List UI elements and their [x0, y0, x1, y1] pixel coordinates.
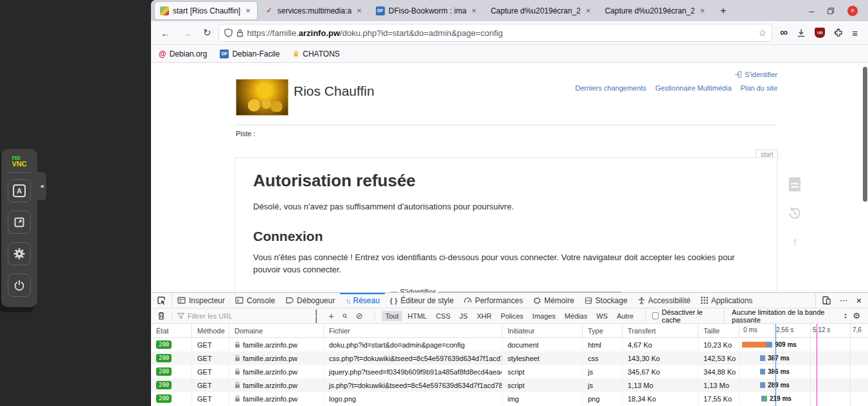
tab-capture-1[interactable]: Capture d%u2019écran_2 × [486, 2, 598, 19]
old-revisions-icon[interactable] [787, 206, 802, 221]
tab-services-multimedia[interactable]: ✓ services:multimedia:a × [260, 2, 368, 19]
column-type[interactable]: Type [583, 324, 623, 337]
divider [8, 172, 30, 173]
tab-close-icon[interactable]: × [355, 6, 363, 15]
close-window-button[interactable]: × [847, 6, 858, 16]
tab-close-icon[interactable]: × [699, 6, 707, 15]
request-row[interactable]: 200GETfamille.arzinfo.pwcss.php?t=dokuwi… [151, 351, 868, 365]
column-fichier[interactable]: Fichier [324, 324, 502, 337]
downloads-icon[interactable] [797, 28, 806, 37]
novnc-collapse-handle[interactable]: ◀ [37, 172, 46, 200]
tab-start[interactable]: start [Rios Chauffin] × [155, 2, 257, 19]
devtools-tab-inspecteur[interactable]: Inspecteur [172, 293, 230, 308]
novnc-logo: no VNC [12, 154, 26, 167]
filter-medias[interactable]: Médias [561, 311, 591, 321]
devtools-tab-stockage[interactable]: Stockage [580, 293, 633, 308]
devtools-tab-memoire[interactable]: Mémoire [528, 293, 580, 308]
status-cell: 200 [151, 365, 192, 378]
tab-close-icon[interactable]: × [244, 6, 252, 15]
throttling-select[interactable]: Aucune limitation de la bande passante [723, 308, 847, 324]
column-timeline[interactable]: 0 ms2,56 s5,12 s7,6 [740, 324, 868, 337]
forward-button[interactable]: → [177, 26, 196, 40]
reload-button[interactable]: ↻ [199, 26, 216, 40]
column-etat[interactable]: État [151, 324, 192, 337]
devtools-tab-console[interactable]: Console [230, 293, 280, 308]
link-gestionnaire-multimedia[interactable]: Gestionnaire Multimédia [655, 84, 732, 92]
column-methode[interactable]: Méthode [192, 324, 229, 337]
filter-css[interactable]: CSS [432, 311, 454, 321]
responsive-design-icon[interactable] [822, 296, 831, 304]
devtools-close-button[interactable]: × [856, 296, 862, 306]
back-to-top-icon[interactable]: ↑ [792, 235, 798, 248]
devtools-tab-debogueur[interactable]: Débogueur [280, 293, 340, 308]
pause-icon[interactable]: | | [315, 309, 321, 323]
clear-requests-button[interactable] [156, 312, 172, 320]
tab-capture-2[interactable]: Capture d%u2019écran_2 × [599, 2, 711, 19]
minimize-button[interactable]: – [809, 6, 814, 16]
devtools-tab-accessibilite[interactable]: Accessibilité [633, 293, 696, 308]
filter-tout[interactable]: Tout [382, 311, 403, 321]
extensions-puzzle-icon[interactable] [834, 28, 843, 37]
column-domaine[interactable]: Domaine [229, 324, 324, 337]
url-bar[interactable]: https://famille.arzinfo.pw/doku.php?id=s… [218, 24, 773, 42]
new-tab-button[interactable]: + [714, 5, 732, 17]
bookmark-star-icon[interactable]: ☆ [759, 28, 767, 38]
bookmark-chatons[interactable]: ♛ CHATONS [292, 49, 339, 58]
ublock-shield-icon[interactable]: UD [815, 28, 825, 38]
link-plan-du-site[interactable]: Plan du site [741, 84, 777, 92]
request-row[interactable]: 200GETfamille.arzinfo.pwdoku.php?id=star… [151, 338, 868, 351]
bookmark-debian-facile[interactable]: DF Debian-Facile [220, 49, 279, 58]
request-row[interactable]: 200GETfamille.arzinfo.pwjs.php?t=dokuwik… [151, 378, 868, 392]
filter-xhr[interactable]: XHR [473, 311, 495, 321]
tab-close-icon[interactable]: × [585, 6, 592, 15]
column-taille[interactable]: Taille [698, 324, 740, 337]
tab-close-icon[interactable]: × [470, 6, 478, 15]
network-settings-gear-icon[interactable]: ⚙ [853, 311, 863, 321]
filter-polices[interactable]: Polices [497, 311, 527, 321]
disable-cache-checkbox[interactable] [652, 312, 659, 319]
page-scrollbar[interactable] [863, 67, 867, 202]
applications-grid-icon [701, 297, 708, 304]
pick-element-button[interactable] [151, 293, 172, 308]
settings-button[interactable] [8, 242, 31, 265]
back-button[interactable]: ← [156, 26, 175, 40]
add-icon[interactable]: + [328, 311, 333, 321]
search-icon[interactable] [342, 312, 348, 320]
filter-js[interactable]: JS [456, 311, 472, 321]
hamburger-menu-icon[interactable]: ≡ [852, 28, 858, 39]
devtools-tab-editeur-de-style[interactable]: { } Éditeur de style [385, 293, 459, 308]
waterfall-time-label: 387 ms [768, 355, 790, 362]
bookmark-debian[interactable]: @ Debian.org [159, 49, 207, 58]
status-cell: 200 [151, 338, 192, 351]
site-logo[interactable] [236, 79, 288, 116]
shield-icon[interactable] [224, 28, 233, 37]
filter-html[interactable]: HTML [403, 311, 430, 321]
lock-icon[interactable] [236, 29, 244, 37]
filter-images[interactable]: Images [529, 311, 560, 321]
power-button[interactable] [8, 274, 31, 297]
load-event-line [817, 324, 817, 406]
link-derniers-changements[interactable]: Derniers changements [575, 84, 646, 92]
login-link[interactable]: S'identifier [734, 71, 777, 78]
extension-infinity-icon[interactable]: ∞ [780, 26, 788, 39]
network-toolbar: Filtrer les URL | | + ⊘ Tout HTML CSS JS [151, 308, 868, 324]
devtools-tab-reseau[interactable]: ↑↓ Réseau [340, 293, 384, 308]
devtools-tab-performances[interactable]: Performances [459, 293, 528, 308]
devtools-overflow-menu[interactable]: ⋯ [840, 296, 847, 305]
keyboard-button[interactable]: A [8, 179, 31, 202]
tab-dfiso-bookworm[interactable]: DF DFiso-Bookworm : ima × [371, 2, 483, 19]
status-badge: 200 [156, 394, 172, 403]
block-icon[interactable]: ⊘ [356, 311, 363, 321]
restore-button[interactable] [827, 7, 835, 15]
request-row[interactable]: 200GETfamille.arzinfo.pwjquery.php?tseed… [151, 365, 868, 378]
column-initiateur[interactable]: Initiateur [502, 324, 583, 337]
filter-ws[interactable]: WS [592, 311, 612, 321]
devtools-tab-applications[interactable]: Applications [696, 293, 758, 308]
request-row[interactable]: 200GETfamille.arzinfo.pwlogo.pngimgpng18… [151, 392, 868, 405]
column-transfert[interactable]: Transfert [623, 324, 698, 337]
filter-url-input[interactable]: Filtrer les URL [177, 312, 305, 320]
filter-autre[interactable]: Autre [613, 311, 637, 321]
performance-icon [464, 297, 472, 304]
fullscreen-button[interactable] [8, 211, 31, 234]
show-page-icon[interactable] [789, 177, 801, 191]
